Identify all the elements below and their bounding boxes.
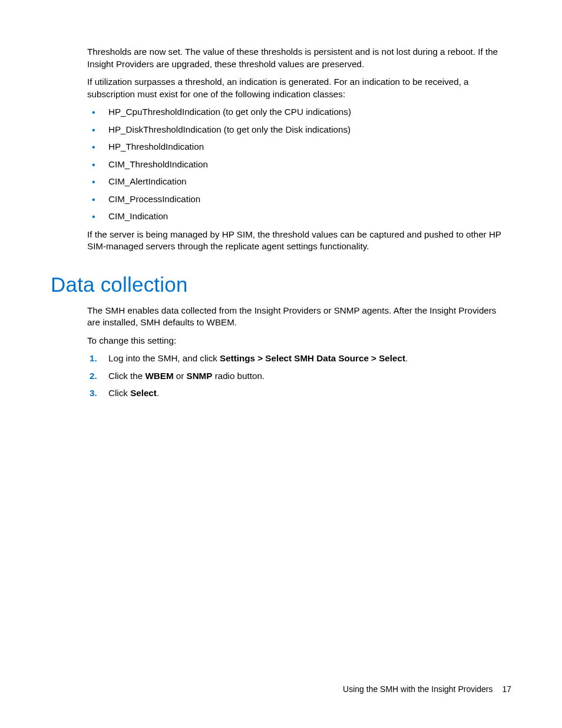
- step-item: Click Select.: [87, 387, 511, 400]
- step-bold: WBEM: [145, 371, 173, 381]
- list-item: HP_CpuThresholdIndication (to get only t…: [87, 106, 511, 118]
- list-item: CIM_ThresholdIndication: [87, 159, 511, 171]
- document-page: Thresholds are now set. The value of the…: [0, 0, 562, 728]
- paragraph: If utilization surpasses a threshold, an…: [87, 76, 511, 100]
- step-text: Click the: [108, 371, 145, 381]
- list-item: HP_ThresholdIndication: [87, 141, 511, 153]
- step-text: Click: [108, 388, 130, 398]
- section-heading: Data collection: [51, 273, 511, 297]
- bullet-list: HP_CpuThresholdIndication (to get only t…: [87, 106, 511, 223]
- list-item: HP_DiskThresholdIndication (to get only …: [87, 124, 511, 136]
- step-item: Log into the SMH, and click Settings > S…: [87, 353, 511, 365]
- step-bold: SNMP: [187, 371, 213, 381]
- list-item: CIM_Indication: [87, 210, 511, 223]
- list-item: CIM_ProcessIndication: [87, 193, 511, 206]
- step-item: Click the WBEM or SNMP radio button.: [87, 370, 511, 383]
- step-bold: Select: [130, 388, 157, 398]
- page-footer: Using the SMH with the Insight Providers…: [343, 684, 511, 694]
- paragraph: Thresholds are now set. The value of the…: [87, 46, 511, 70]
- step-text: .: [157, 388, 159, 398]
- ordered-steps: Log into the SMH, and click Settings > S…: [87, 353, 511, 400]
- footer-chapter: Using the SMH with the Insight Providers: [343, 684, 492, 694]
- step-text: or: [174, 371, 187, 381]
- footer-page-number: 17: [502, 684, 511, 694]
- step-text: radio button.: [212, 371, 265, 381]
- list-item: CIM_AlertIndication: [87, 176, 511, 188]
- paragraph: If the server is being managed by HP SIM…: [87, 229, 511, 253]
- step-bold: Settings > Select SMH Data Source > Sele…: [220, 353, 405, 363]
- paragraph: The SMH enables data collected from the …: [87, 305, 511, 329]
- step-text: .: [405, 353, 408, 363]
- step-text: Log into the SMH, and click: [108, 353, 220, 363]
- paragraph: To change this setting:: [87, 335, 511, 347]
